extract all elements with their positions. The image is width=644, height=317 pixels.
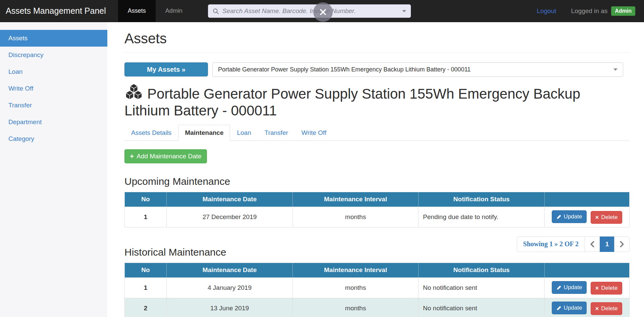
- table-row: 1 4 January 2019 months No notification …: [125, 277, 630, 298]
- pagination-summary: Showing 1 » 2 OF 2: [517, 236, 585, 252]
- pagination-next-button[interactable]: [614, 236, 630, 252]
- nav-item-assets[interactable]: Assets: [118, 0, 156, 22]
- my-assets-button[interactable]: My Assets »: [124, 62, 208, 76]
- search-input[interactable]: [222, 7, 402, 15]
- role-badge: Admin: [611, 6, 635, 16]
- app-title: Assets Management Panel: [0, 0, 118, 22]
- cell-maintenance-date: 4 January 2019: [167, 277, 293, 298]
- header-actions: [545, 192, 630, 207]
- header-no: No: [125, 192, 167, 207]
- pencil-icon: [556, 306, 561, 311]
- pencil-icon: [556, 214, 561, 219]
- close-icon: [319, 8, 327, 16]
- search-icon: [213, 8, 219, 14]
- historical-maintenance-table: No Maintenance Date Maintenance Interval…: [124, 263, 630, 317]
- cell-maintenance-interval: months: [293, 298, 419, 317]
- cell-maintenance-interval: months: [293, 207, 419, 227]
- delete-button[interactable]: ×Delete: [591, 211, 623, 224]
- update-button[interactable]: Update: [552, 281, 587, 294]
- overlay-close-button[interactable]: [313, 2, 333, 22]
- cell-no: 1: [125, 277, 167, 298]
- cell-no: 2: [125, 298, 167, 317]
- x-icon: ×: [595, 214, 599, 220]
- cell-maintenance-date: 13 June 2019: [167, 298, 293, 317]
- update-button[interactable]: Update: [552, 302, 587, 314]
- sidebar: Assets Discrepancy Loan Write Off Transf…: [0, 22, 107, 317]
- sidebar-item-department[interactable]: Department: [0, 114, 107, 130]
- upcoming-maintenance-table: No Maintenance Date Maintenance Interval…: [124, 192, 630, 227]
- table-header-row: No Maintenance Date Maintenance Interval…: [125, 192, 630, 207]
- chevron-right-icon: [620, 241, 624, 247]
- delete-button[interactable]: ×Delete: [591, 302, 623, 315]
- cell-notification-status: No notification sent: [419, 277, 545, 298]
- pencil-icon: [556, 285, 561, 290]
- sidebar-item-assets[interactable]: Assets: [0, 30, 107, 47]
- header-maintenance-interval: Maintenance Interval: [293, 192, 419, 207]
- delete-button[interactable]: ×Delete: [591, 282, 623, 295]
- update-button[interactable]: Update: [552, 210, 587, 223]
- add-maintenance-date-label: Add Maintenance Date: [137, 153, 201, 160]
- cell-no: 1: [125, 207, 167, 227]
- cubes-icon: [124, 84, 143, 101]
- pagination-prev-button[interactable]: [585, 236, 600, 252]
- x-icon: ×: [595, 285, 599, 291]
- topbar-right: Logout Logged in as Admin: [537, 0, 644, 22]
- plus-icon: +: [130, 153, 134, 160]
- asset-select-value: Portable Generator Power Supply Station …: [218, 66, 613, 73]
- asset-title-text: Portable Generator Power Supply Station …: [124, 86, 580, 118]
- cell-actions: Update ×Delete: [545, 277, 630, 298]
- table-header-row: No Maintenance Date Maintenance Interval…: [125, 263, 630, 277]
- tab-assets-details[interactable]: Assets Details: [124, 125, 178, 141]
- cell-actions: Update ×Delete: [545, 298, 630, 317]
- asset-select[interactable]: Portable Generator Power Supply Station …: [212, 62, 623, 77]
- asset-tabs: Assets Details Maintenance Loan Transfer…: [124, 125, 630, 141]
- cell-notification-status: No notification sent: [419, 298, 545, 317]
- tab-loan[interactable]: Loan: [230, 125, 258, 141]
- table-row: 1 27 December 2019 months Pending due da…: [125, 207, 630, 227]
- chevron-left-icon: [590, 241, 595, 247]
- top-nav: Assets Admin: [118, 0, 192, 22]
- x-icon: ×: [595, 306, 599, 312]
- sidebar-item-loan[interactable]: Loan: [0, 63, 107, 80]
- header-notification-status: Notification Status: [419, 263, 545, 277]
- header-no: No: [125, 263, 167, 277]
- cell-notification-status: Pending due date to notify.: [419, 207, 545, 227]
- tab-write-off[interactable]: Write Off: [295, 125, 333, 141]
- nav-item-admin[interactable]: Admin: [156, 0, 192, 22]
- upcoming-maintenance-title: Upcoming Maintenance: [124, 176, 630, 187]
- asset-title: Portable Generator Power Supply Station …: [124, 84, 630, 119]
- sidebar-item-category[interactable]: Category: [0, 130, 107, 147]
- tab-maintenance[interactable]: Maintenance: [178, 125, 230, 141]
- header-notification-status: Notification Status: [419, 192, 545, 207]
- asset-controls: My Assets » Portable Generator Power Sup…: [124, 62, 630, 77]
- header-maintenance-date: Maintenance Date: [167, 192, 293, 207]
- add-maintenance-date-button[interactable]: + Add Maintenance Date: [124, 149, 207, 163]
- search-box[interactable]: [208, 4, 411, 18]
- sidebar-item-discrepancy[interactable]: Discrepancy: [0, 47, 107, 63]
- pagination-page-1[interactable]: 1: [600, 236, 614, 252]
- page-title: Assets: [124, 31, 630, 47]
- logged-in-text: Logged in as: [571, 7, 607, 15]
- header-maintenance-interval: Maintenance Interval: [293, 263, 419, 277]
- sidebar-item-write-off[interactable]: Write Off: [0, 80, 107, 97]
- tab-transfer[interactable]: Transfer: [258, 125, 295, 141]
- header-actions: [545, 263, 630, 277]
- sidebar-item-transfer[interactable]: Transfer: [0, 97, 107, 114]
- cell-actions: Update ×Delete: [545, 207, 630, 227]
- caret-down-icon: [613, 68, 618, 71]
- caret-down-icon: [402, 10, 406, 12]
- logout-link[interactable]: Logout: [537, 7, 556, 15]
- cell-maintenance-date: 27 December 2019: [167, 207, 293, 227]
- main-content: Assets My Assets » Portable Generator Po…: [107, 22, 644, 317]
- cell-maintenance-interval: months: [293, 277, 419, 298]
- logged-in-status: Logged in as Admin: [571, 6, 635, 16]
- divider: [124, 52, 630, 53]
- table-row: 2 13 June 2019 months No notification se…: [125, 298, 630, 317]
- header-maintenance-date: Maintenance Date: [167, 263, 293, 277]
